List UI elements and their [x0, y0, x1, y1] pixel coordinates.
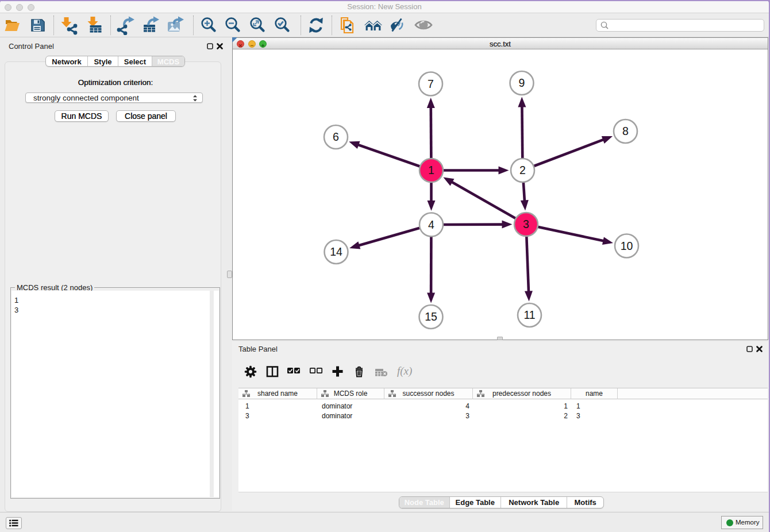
- svg-text:8: 8: [622, 125, 629, 137]
- svg-text:2: 2: [519, 164, 526, 176]
- svg-text:3: 3: [523, 218, 529, 230]
- svg-text:4: 4: [428, 218, 434, 231]
- svg-text:11: 11: [523, 309, 535, 321]
- svg-text:6: 6: [333, 130, 339, 143]
- svg-text:7: 7: [428, 78, 434, 90]
- svg-text:14: 14: [330, 245, 342, 258]
- svg-text:9: 9: [519, 76, 525, 89]
- svg-text:1: 1: [428, 164, 434, 176]
- svg-text:15: 15: [425, 310, 437, 323]
- svg-text:10: 10: [621, 240, 633, 252]
